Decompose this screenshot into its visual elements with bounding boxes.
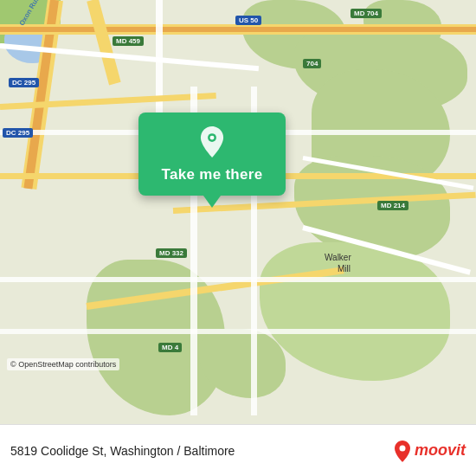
svg-point-1 (210, 136, 215, 140)
popup-container: Take me there (138, 113, 286, 208)
map-container: US 50 MD 459 MD 704 704 DC 295 DC 295 MD… (0, 0, 476, 424)
address-container: 5819 Coolidge St, Washington / Baltimore (10, 443, 390, 459)
shield-md4: MD 4 (158, 343, 182, 352)
location-pin-icon (196, 126, 228, 158)
shield-md332: MD 332 (156, 248, 187, 258)
svg-point-2 (399, 445, 405, 451)
address-text: 5819 Coolidge St, Washington / Baltimore (10, 444, 235, 458)
moovit-pin-icon (390, 439, 415, 463)
shield-md459: MD 459 (113, 36, 144, 46)
place-walker: Walker (325, 253, 351, 262)
shield-dc295-1: DC 295 (9, 78, 39, 87)
shield-md704: MD 704 (351, 9, 382, 18)
shield-us50: US 50 (235, 16, 261, 25)
moovit-text: moovit (415, 441, 466, 460)
shield-dc295-2: DC 295 (3, 128, 33, 138)
bottom-bar: 5819 Coolidge St, Washington / Baltimore… (0, 424, 476, 476)
place-mill: Mill (338, 264, 351, 273)
moovit-logo: moovit (390, 439, 466, 463)
popup-box: Take me there (138, 113, 286, 196)
osm-attribution: © OpenStreetMap contributors (7, 358, 119, 370)
popup-tail (203, 196, 221, 208)
road-us50-line (0, 27, 476, 32)
road-horiz-3 (0, 329, 476, 334)
shield-md214: MD 214 (377, 201, 408, 210)
shield-704: 704 (303, 59, 321, 68)
take-me-there-button[interactable]: Take me there (162, 164, 263, 185)
road-horiz-2 (0, 277, 476, 282)
